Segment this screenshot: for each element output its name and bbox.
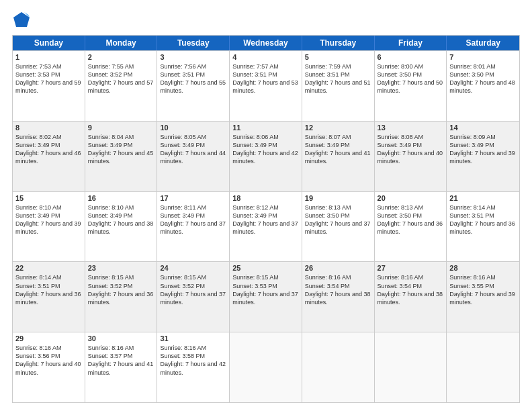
day-number: 12 [305,124,371,132]
day-number: 23 [88,264,154,272]
cal-cell: 25Sunrise: 8:15 AMSunset: 3:53 PMDayligh… [230,262,302,332]
cal-cell: 24Sunrise: 8:15 AMSunset: 3:52 PMDayligh… [157,262,230,332]
cell-info: Sunrise: 7:56 AMSunset: 3:51 PMDaylight:… [160,62,226,95]
cal-cell: 10Sunrise: 8:05 AMSunset: 3:49 PMDayligh… [157,122,230,191]
cell-info: Sunrise: 8:16 AMSunset: 3:55 PMDaylight:… [449,273,517,306]
header-day-tuesday: Tuesday [157,36,230,50]
day-number: 7 [449,53,517,61]
cal-cell: 15Sunrise: 8:10 AMSunset: 3:49 PMDayligh… [13,192,85,262]
page: SundayMondayTuesdayWednesdayThursdayFrid… [0,0,532,411]
cell-info: Sunrise: 8:11 AMSunset: 3:49 PMDaylight:… [160,203,226,236]
cell-info: Sunrise: 7:57 AMSunset: 3:51 PMDaylight:… [232,62,299,95]
cell-info: Sunrise: 8:06 AMSunset: 3:49 PMDaylight:… [232,133,299,166]
cal-cell: 7Sunrise: 8:01 AMSunset: 3:50 PMDaylight… [447,51,519,121]
header-day-monday: Monday [85,36,158,50]
calendar-header: SundayMondayTuesdayWednesdayThursdayFrid… [13,36,519,50]
day-number: 10 [160,124,226,132]
day-number: 15 [15,194,82,202]
cal-cell [230,332,302,402]
day-number: 19 [305,194,371,202]
day-number: 29 [15,334,82,342]
cal-cell: 16Sunrise: 8:10 AMSunset: 3:49 PMDayligh… [85,192,158,262]
day-number: 18 [232,194,299,202]
cell-info: Sunrise: 8:16 AMSunset: 3:56 PMDaylight:… [15,344,82,377]
cal-cell: 11Sunrise: 8:06 AMSunset: 3:49 PMDayligh… [230,122,302,191]
cell-info: Sunrise: 8:13 AMSunset: 3:50 PMDaylight:… [378,203,444,236]
cal-row-4: 29Sunrise: 8:16 AMSunset: 3:56 PMDayligh… [13,332,519,402]
header-day-saturday: Saturday [447,36,519,50]
calendar: SundayMondayTuesdayWednesdayThursdayFrid… [12,35,520,403]
cal-cell: 21Sunrise: 8:14 AMSunset: 3:51 PMDayligh… [447,192,519,262]
cell-info: Sunrise: 7:53 AMSunset: 3:53 PMDaylight:… [15,62,82,95]
cal-cell: 26Sunrise: 8:16 AMSunset: 3:54 PMDayligh… [302,262,375,332]
cal-cell: 5Sunrise: 7:59 AMSunset: 3:51 PMDaylight… [302,51,375,121]
cal-cell: 9Sunrise: 8:04 AMSunset: 3:49 PMDaylight… [85,122,158,191]
cell-info: Sunrise: 8:07 AMSunset: 3:49 PMDaylight:… [305,133,371,166]
cell-info: Sunrise: 8:16 AMSunset: 3:54 PMDaylight:… [378,273,444,306]
cell-info: Sunrise: 8:01 AMSunset: 3:50 PMDaylight:… [449,62,517,95]
cal-cell: 19Sunrise: 8:13 AMSunset: 3:50 PMDayligh… [302,192,375,262]
day-number: 25 [232,264,299,272]
day-number: 17 [160,194,226,202]
cal-cell: 30Sunrise: 8:16 AMSunset: 3:57 PMDayligh… [85,332,158,402]
cell-info: Sunrise: 8:04 AMSunset: 3:49 PMDaylight:… [88,133,154,166]
cell-info: Sunrise: 8:15 AMSunset: 3:52 PMDaylight:… [160,273,226,306]
cal-row-1: 8Sunrise: 8:02 AMSunset: 3:49 PMDaylight… [13,121,519,191]
cal-cell [302,332,375,402]
day-number: 14 [449,124,517,132]
cell-info: Sunrise: 8:15 AMSunset: 3:52 PMDaylight:… [88,273,154,306]
cal-cell: 20Sunrise: 8:13 AMSunset: 3:50 PMDayligh… [375,192,447,262]
cal-cell: 4Sunrise: 7:57 AMSunset: 3:51 PMDaylight… [230,51,302,121]
cal-row-0: 1Sunrise: 7:53 AMSunset: 3:53 PMDaylight… [13,50,519,121]
cell-info: Sunrise: 8:13 AMSunset: 3:50 PMDaylight:… [305,203,371,236]
cal-cell: 8Sunrise: 8:02 AMSunset: 3:49 PMDaylight… [13,122,85,191]
header-day-wednesday: Wednesday [230,36,302,50]
cal-cell: 17Sunrise: 8:11 AMSunset: 3:49 PMDayligh… [157,192,230,262]
cell-info: Sunrise: 8:10 AMSunset: 3:49 PMDaylight:… [88,203,154,236]
cell-info: Sunrise: 8:16 AMSunset: 3:57 PMDaylight:… [88,344,154,377]
cal-cell: 31Sunrise: 8:16 AMSunset: 3:58 PMDayligh… [157,332,230,402]
day-number: 9 [88,124,154,132]
cal-cell [375,332,447,402]
day-number: 4 [232,53,299,61]
cal-cell: 14Sunrise: 8:09 AMSunset: 3:49 PMDayligh… [447,122,519,191]
cal-cell: 3Sunrise: 7:56 AMSunset: 3:51 PMDaylight… [157,51,230,121]
cal-cell: 22Sunrise: 8:14 AMSunset: 3:51 PMDayligh… [13,262,85,332]
cell-info: Sunrise: 8:09 AMSunset: 3:49 PMDaylight:… [449,133,517,166]
day-number: 21 [449,194,517,202]
cal-cell: 2Sunrise: 7:55 AMSunset: 3:52 PMDaylight… [85,51,158,121]
cal-row-2: 15Sunrise: 8:10 AMSunset: 3:49 PMDayligh… [13,191,519,262]
cal-row-3: 22Sunrise: 8:14 AMSunset: 3:51 PMDayligh… [13,261,519,332]
day-number: 27 [378,264,444,272]
cell-info: Sunrise: 7:55 AMSunset: 3:52 PMDaylight:… [88,62,154,95]
cell-info: Sunrise: 8:10 AMSunset: 3:49 PMDaylight:… [15,203,82,236]
cal-cell: 28Sunrise: 8:16 AMSunset: 3:55 PMDayligh… [447,262,519,332]
day-number: 28 [449,264,517,272]
cal-cell [447,332,519,402]
cell-info: Sunrise: 8:02 AMSunset: 3:49 PMDaylight:… [15,133,82,166]
cal-cell: 29Sunrise: 8:16 AMSunset: 3:56 PMDayligh… [13,332,85,402]
day-number: 22 [15,264,82,272]
header-day-friday: Friday [375,36,447,50]
day-number: 1 [15,53,82,61]
cal-cell: 1Sunrise: 7:53 AMSunset: 3:53 PMDaylight… [13,51,85,121]
day-number: 5 [305,53,371,61]
day-number: 2 [88,53,154,61]
day-number: 26 [305,264,371,272]
cell-info: Sunrise: 8:14 AMSunset: 3:51 PMDaylight:… [449,203,517,236]
day-number: 20 [378,194,444,202]
cell-info: Sunrise: 8:14 AMSunset: 3:51 PMDaylight:… [15,273,82,306]
day-number: 11 [232,124,299,132]
logo-icon [12,11,31,30]
cal-cell: 23Sunrise: 8:15 AMSunset: 3:52 PMDayligh… [85,262,158,332]
logo [12,11,32,30]
calendar-body: 1Sunrise: 7:53 AMSunset: 3:53 PMDaylight… [13,50,519,402]
cell-info: Sunrise: 8:00 AMSunset: 3:50 PMDaylight:… [378,62,444,95]
cell-info: Sunrise: 7:59 AMSunset: 3:51 PMDaylight:… [305,62,371,95]
day-number: 16 [88,194,154,202]
day-number: 31 [160,334,226,342]
day-number: 6 [378,53,444,61]
cell-info: Sunrise: 8:16 AMSunset: 3:54 PMDaylight:… [305,273,371,306]
header [12,11,520,30]
header-day-thursday: Thursday [302,36,375,50]
